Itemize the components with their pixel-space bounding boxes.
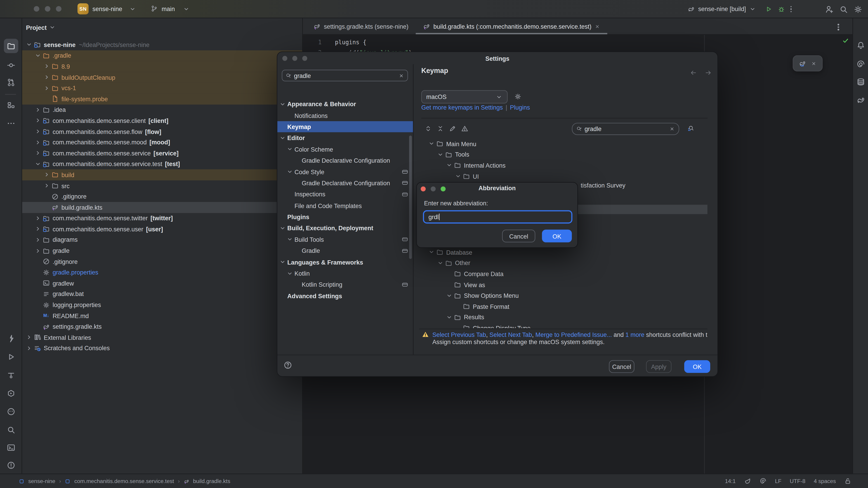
help-icon[interactable]	[283, 360, 293, 370]
tree-row[interactable]: Other	[419, 258, 708, 268]
tree-row[interactable]: UI	[419, 171, 708, 182]
problems-icon[interactable]	[4, 458, 18, 473]
pull-requests-icon[interactable]	[4, 75, 18, 90]
tree-row[interactable]: com.mechanitis.demo.sense.mood[mood]	[22, 137, 302, 148]
tree-row[interactable]: Gradle Declarative Configuration	[277, 177, 413, 189]
tree-row[interactable]: gradle	[22, 246, 302, 256]
tree-row[interactable]: Build Tools	[277, 234, 413, 245]
chevron-right-icon[interactable]	[43, 171, 51, 178]
chevron-down-icon[interactable]	[279, 225, 286, 232]
tree-row[interactable]: Change Display Type	[419, 323, 708, 328]
tree-row[interactable]: Kotlin Scripting	[277, 279, 413, 290]
find-icon[interactable]	[4, 423, 18, 437]
close-tab-icon[interactable]	[595, 24, 600, 29]
run-button[interactable]	[765, 5, 772, 13]
tree-row[interactable]: com.mechanitis.demo.sense.twitter[twitte…	[22, 213, 302, 224]
chevron-right-icon[interactable]	[34, 150, 41, 157]
tree-row[interactable]: Main Menu	[419, 138, 708, 149]
add-user-icon[interactable]	[825, 5, 834, 13]
bolt-icon[interactable]	[4, 331, 18, 346]
tree-row[interactable]: Color Scheme	[277, 144, 413, 155]
chevron-right-icon[interactable]	[26, 334, 33, 341]
notifications-icon[interactable]	[853, 38, 868, 53]
tree-row[interactable]: Inspections	[277, 189, 413, 200]
chevron-right-icon[interactable]	[26, 345, 33, 352]
structure-icon[interactable]	[4, 98, 18, 112]
load-gradle-changes-icon[interactable]	[799, 60, 806, 67]
tree-row[interactable]: Tools	[419, 149, 708, 160]
tree-row[interactable]: Code Style	[277, 166, 413, 177]
tree-row[interactable]: com.mechanitis.demo.sense.service.test[t…	[22, 159, 302, 169]
keymap-search-input[interactable]: gradle	[572, 123, 679, 135]
chevron-right-icon[interactable]	[43, 85, 51, 92]
collapse-all-icon[interactable]	[437, 125, 444, 132]
conflict-link[interactable]: Select Next Tab	[489, 331, 532, 338]
cancel-button[interactable]: Cancel	[502, 230, 535, 242]
project-view-header[interactable]: Project	[26, 24, 56, 31]
chevron-right-icon[interactable]	[34, 128, 41, 135]
tree-row[interactable]: 8.9	[22, 61, 302, 72]
chevron-down-icon[interactable]	[286, 146, 293, 153]
ok-button[interactable]: OK	[684, 360, 710, 373]
terminal-icon[interactable]	[4, 440, 18, 455]
tree-row[interactable]: Keymap	[277, 121, 413, 132]
clear-search-icon[interactable]	[399, 73, 404, 78]
more-actions-icon[interactable]	[790, 6, 792, 12]
profiler-icon[interactable]	[4, 368, 18, 383]
tree-row[interactable]: Internal Actions	[419, 160, 708, 171]
chevron-right-icon[interactable]	[43, 63, 51, 70]
indent-style[interactable]: 4 spaces	[814, 478, 836, 484]
chevron-right-icon[interactable]	[34, 225, 41, 233]
settings-gear-icon[interactable]	[854, 5, 862, 13]
keymap-scheme-select[interactable]: macOS	[421, 90, 508, 103]
clear-search-icon[interactable]	[669, 126, 675, 131]
chevron-down-icon[interactable]	[445, 292, 453, 299]
tree-row[interactable]: Advanced Settings	[277, 290, 413, 302]
search-everywhere-icon[interactable]	[839, 5, 848, 13]
tree-row[interactable]: gradlew.bat	[22, 289, 302, 300]
find-by-shortcut-icon[interactable]	[687, 125, 694, 132]
highlighting-level-icon[interactable]	[744, 477, 751, 485]
tree-row[interactable]: vcs-1	[22, 83, 302, 94]
more-icon[interactable]	[4, 116, 18, 131]
caret-position[interactable]: 14:1	[725, 478, 736, 484]
tree-row[interactable]: Gradle	[277, 245, 413, 256]
tree-row[interactable]: Notifications	[277, 110, 413, 121]
tree-row[interactable]: src	[22, 180, 302, 191]
tree-row[interactable]: Results	[419, 312, 708, 323]
tree-row[interactable]: External Libraries	[22, 332, 302, 343]
tree-row[interactable]: Languages & Frameworks	[277, 256, 413, 268]
breadcrumb[interactable]: build.gradle.kts	[193, 478, 230, 484]
tab-settings-gradle-kts[interactable]: settings.gradle.kts (sense-nine)	[306, 18, 416, 34]
tree-row[interactable]: .gitignore	[22, 191, 302, 202]
services-icon[interactable]	[4, 386, 18, 400]
chevron-down-icon[interactable]	[428, 140, 435, 147]
cancel-button[interactable]: Cancel	[609, 360, 634, 373]
tree-row[interactable]: Build, Execution, Deployment	[277, 223, 413, 234]
tree-row[interactable]: Appearance & Behavior	[277, 98, 413, 110]
chevron-down-icon[interactable]	[437, 259, 444, 267]
code-line[interactable]: 1plugins {	[303, 37, 702, 47]
back-icon[interactable]	[690, 69, 697, 76]
breadcrumb[interactable]: com.mechanitis.demo.sense.service.test	[74, 478, 174, 484]
expand-all-icon[interactable]	[425, 125, 432, 132]
tree-row[interactable]: Gradle Declarative Configuration	[277, 155, 413, 166]
conflict-link[interactable]: 1 more	[625, 331, 645, 338]
tree-row[interactable]: logging.properties	[22, 300, 302, 311]
apply-button[interactable]: Apply	[646, 360, 672, 373]
edit-shortcut-icon[interactable]	[449, 125, 456, 132]
tree-row[interactable]: build.gradle.kts	[22, 202, 302, 213]
chevron-down-icon[interactable]	[445, 162, 453, 169]
tree-row[interactable]: Editor	[277, 132, 413, 144]
tree-row[interactable]: com.mechanitis.demo.sense.client[client]	[22, 115, 302, 126]
tree-row[interactable]: Compare Data	[419, 268, 708, 279]
keymap-options-gear-icon[interactable]	[514, 93, 522, 100]
tree-row[interactable]: settings.gradle.kts	[22, 321, 302, 332]
chevron-right-icon[interactable]	[34, 106, 41, 113]
chevron-down-icon[interactable]	[455, 173, 462, 180]
editor-options-icon[interactable]	[837, 24, 839, 30]
run-icon[interactable]	[4, 350, 18, 364]
chevron-right-icon[interactable]	[34, 247, 41, 254]
file-encoding[interactable]: UTF-8	[790, 478, 805, 484]
chevron-down-icon[interactable]	[445, 314, 453, 321]
